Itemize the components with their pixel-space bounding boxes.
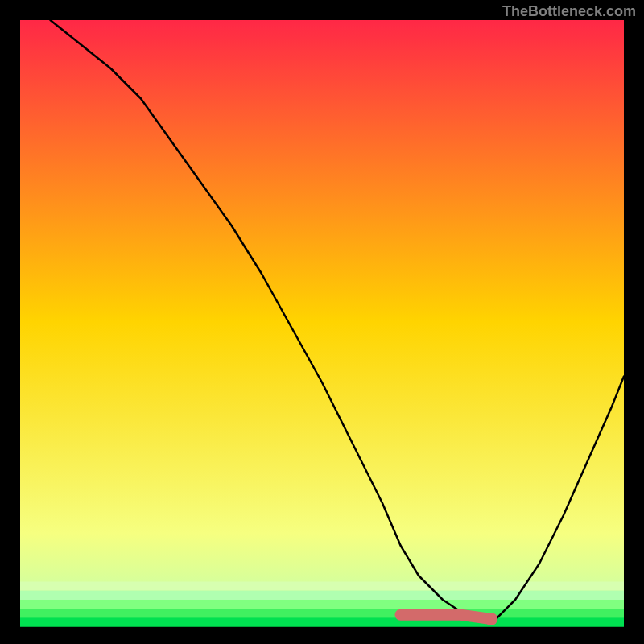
gradient-background (20, 20, 624, 624)
green-band (20, 582, 624, 591)
green-band (20, 609, 624, 617)
optimal-flat-segment (401, 615, 492, 619)
chart-container: TheBottleneck.com (0, 0, 644, 644)
green-band (20, 600, 624, 609)
bottleneck-chart (0, 0, 644, 644)
optimal-marker-dot (485, 613, 497, 625)
green-band (20, 618, 624, 627)
green-band (20, 591, 624, 600)
